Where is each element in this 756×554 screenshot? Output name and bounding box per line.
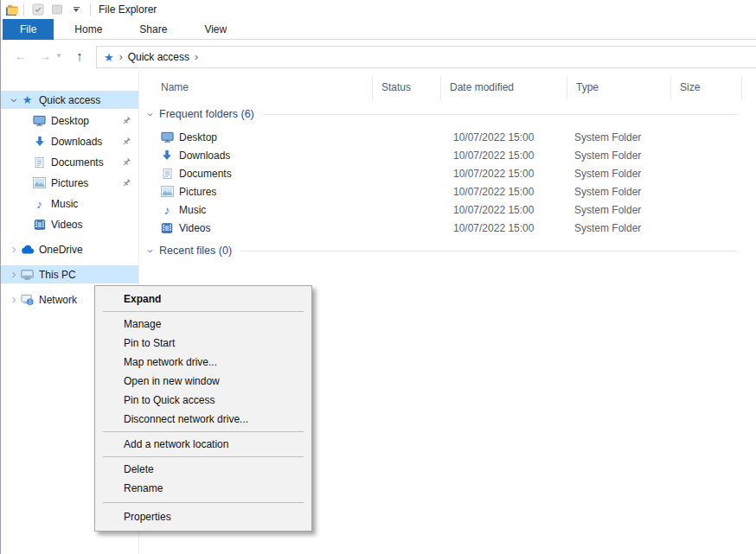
divider bbox=[90, 3, 91, 16]
menu-item-map-network-drive[interactable]: Map network drive... bbox=[95, 353, 311, 372]
file-date-modified: 10/07/2022 15:00 bbox=[441, 204, 567, 216]
context-menu: Expand Manage Pin to Start Map network d… bbox=[94, 285, 312, 532]
menu-separator bbox=[103, 502, 304, 503]
menu-item-add-a-network-location[interactable]: Add a network location bbox=[95, 435, 311, 454]
breadcrumb-location[interactable]: Quick access bbox=[128, 51, 189, 63]
tab-file[interactable]: File bbox=[3, 19, 54, 40]
recent-locations-chevron-icon[interactable]: ▾ bbox=[53, 44, 65, 67]
sidebar-item-pictures[interactable]: Pictures bbox=[1, 174, 138, 192]
sidebar-item-label: Videos bbox=[51, 219, 138, 231]
back-button[interactable]: ← bbox=[10, 44, 31, 67]
quick-access-star-icon: ★ bbox=[104, 51, 114, 64]
documents-icon bbox=[160, 168, 174, 180]
this-pc-icon bbox=[20, 268, 35, 281]
tab-view[interactable]: View bbox=[188, 19, 243, 40]
menu-item-pin-to-quick-access[interactable]: Pin to Quick access bbox=[95, 391, 311, 410]
column-header-spacer bbox=[742, 76, 756, 99]
pin-icon bbox=[121, 137, 133, 147]
titlebar: File Explorer bbox=[1, 0, 756, 19]
chevron-down-icon[interactable] bbox=[146, 247, 154, 255]
file-date-modified: 10/07/2022 15:00 bbox=[441, 168, 567, 180]
sidebar-item-label: Desktop bbox=[51, 115, 121, 127]
group-header-frequent-folders[interactable]: Frequent folders (6) bbox=[139, 105, 756, 123]
column-header-size[interactable]: Size bbox=[671, 76, 742, 99]
menu-item-properties[interactable]: Properties bbox=[95, 507, 311, 526]
group-header-label: Frequent folders (6) bbox=[159, 108, 254, 120]
desktop-icon bbox=[32, 114, 47, 127]
videos-icon bbox=[160, 222, 174, 234]
onedrive-icon bbox=[20, 245, 35, 254]
column-header-type[interactable]: Type bbox=[567, 76, 671, 99]
file-type: System Folder bbox=[567, 168, 671, 180]
tab-home[interactable]: Home bbox=[58, 19, 119, 40]
documents-icon bbox=[32, 156, 47, 169]
menu-item-manage[interactable]: Manage bbox=[95, 315, 311, 334]
group-header-recent-files[interactable]: Recent files (0) bbox=[139, 242, 756, 259]
file-name: Pictures bbox=[179, 186, 216, 198]
sidebar-item-music[interactable]: ♪ Music bbox=[1, 194, 138, 213]
table-row-videos[interactable]: Videos 10/07/2022 15:00 System Folder bbox=[139, 219, 756, 237]
frequent-folders-list: Desktop 10/07/2022 15:00 System Folder D… bbox=[139, 128, 756, 237]
table-row-documents[interactable]: Documents 10/07/2022 15:00 System Folder bbox=[139, 164, 756, 182]
sidebar-item-downloads[interactable]: Downloads bbox=[1, 132, 138, 150]
downloads-icon bbox=[160, 150, 174, 162]
qat-new-folder-button[interactable] bbox=[49, 3, 65, 16]
sidebar-item-label: Quick access bbox=[39, 94, 138, 106]
sidebar-item-desktop[interactable]: Desktop bbox=[1, 111, 138, 130]
file-type: System Folder bbox=[567, 222, 671, 234]
column-header-date-modified[interactable]: Date modified bbox=[441, 76, 567, 99]
chevron-right-icon[interactable]: › bbox=[119, 51, 123, 63]
chevron-down-icon[interactable] bbox=[8, 96, 20, 105]
column-header-status[interactable]: Status bbox=[373, 76, 441, 99]
sidebar-item-videos[interactable]: Videos bbox=[1, 215, 138, 233]
chevron-right-icon[interactable] bbox=[8, 245, 20, 254]
file-date-modified: 10/07/2022 15:00 bbox=[441, 186, 567, 198]
address-bar[interactable]: ★ › Quick access › bbox=[96, 46, 756, 68]
sidebar-item-label: OneDrive bbox=[39, 244, 138, 256]
menu-item-delete[interactable]: Delete bbox=[95, 460, 311, 479]
pin-icon bbox=[121, 157, 133, 168]
divider bbox=[23, 3, 24, 16]
menu-item-open-in-new-window[interactable]: Open in new window bbox=[95, 372, 311, 391]
chevron-right-icon[interactable] bbox=[8, 296, 20, 304]
qat-properties-button[interactable] bbox=[30, 3, 46, 16]
pin-icon bbox=[121, 116, 133, 126]
sidebar-item-documents[interactable]: Documents bbox=[1, 153, 138, 171]
file-type: System Folder bbox=[567, 186, 671, 198]
table-row-downloads[interactable]: Downloads 10/07/2022 15:00 System Folder bbox=[139, 146, 756, 164]
chevron-right-icon[interactable] bbox=[8, 271, 20, 279]
sidebar-item-quick-access[interactable]: ★ Quick access bbox=[1, 91, 138, 109]
downloads-icon bbox=[32, 136, 47, 148]
menu-item-expand[interactable]: Expand bbox=[95, 290, 311, 309]
window-title: File Explorer bbox=[99, 3, 157, 16]
videos-icon bbox=[32, 219, 47, 231]
table-row-music[interactable]: ♪Music 10/07/2022 15:00 System Folder bbox=[139, 201, 756, 219]
divider bbox=[263, 114, 737, 115]
menu-item-rename[interactable]: Rename bbox=[95, 479, 311, 498]
chevron-right-icon[interactable]: › bbox=[195, 51, 198, 63]
menu-item-disconnect-network-drive[interactable]: Disconnect network drive... bbox=[95, 410, 311, 429]
column-headers: Name Status Date modified Type Size bbox=[139, 76, 756, 99]
qat-customize-dropdown[interactable] bbox=[69, 7, 83, 12]
up-button[interactable]: ↑ bbox=[69, 44, 90, 67]
tab-share[interactable]: Share bbox=[123, 19, 183, 40]
file-explorer-logo-icon bbox=[5, 3, 19, 16]
column-header-name[interactable]: Name bbox=[139, 76, 373, 99]
table-row-pictures[interactable]: Pictures 10/07/2022 15:00 System Folder bbox=[139, 182, 756, 201]
table-row-desktop[interactable]: Desktop 10/07/2022 15:00 System Folder bbox=[139, 128, 756, 146]
navigation-bar: ← → ▾ ↑ ★ › Quick access › bbox=[1, 41, 756, 71]
pin-icon bbox=[121, 178, 133, 188]
divider bbox=[240, 251, 737, 252]
sidebar-item-this-pc[interactable]: This PC bbox=[1, 265, 138, 283]
music-icon: ♪ bbox=[32, 198, 47, 210]
chevron-down-icon[interactable] bbox=[146, 111, 154, 118]
file-name: Desktop bbox=[179, 131, 217, 143]
sidebar-item-label: Documents bbox=[51, 156, 121, 169]
group-header-label: Recent files (0) bbox=[159, 245, 232, 257]
sidebar-item-onedrive[interactable]: OneDrive bbox=[1, 240, 138, 258]
file-date-modified: 10/07/2022 15:00 bbox=[441, 150, 567, 162]
file-name: Downloads bbox=[179, 150, 230, 162]
menu-item-pin-to-start[interactable]: Pin to Start bbox=[95, 334, 311, 353]
sidebar-item-label: Pictures bbox=[51, 177, 121, 189]
sidebar-item-label: This PC bbox=[39, 269, 138, 281]
